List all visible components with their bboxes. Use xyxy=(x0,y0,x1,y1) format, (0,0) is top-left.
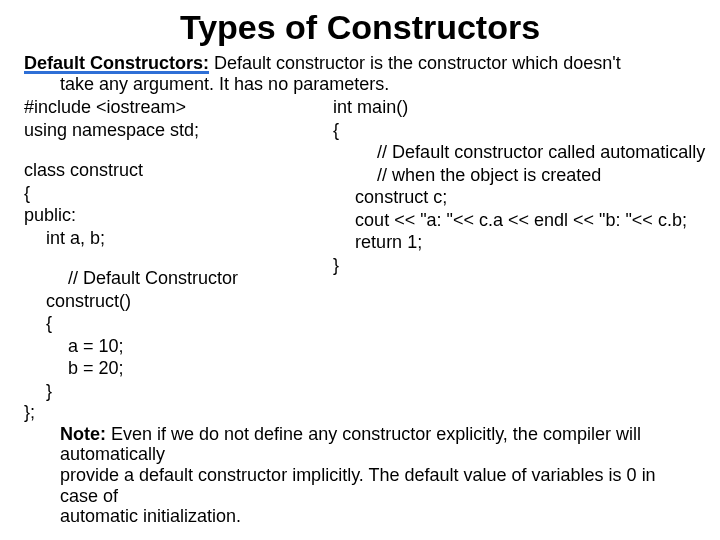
code-line: int main() xyxy=(333,96,696,119)
code-line: // Default Constructor xyxy=(24,267,333,290)
code-line: construct c; xyxy=(333,186,696,209)
code-line: b = 20; xyxy=(24,357,333,380)
code-line: } xyxy=(333,254,696,277)
code-line: class construct xyxy=(24,159,333,182)
code-line: #include <iostream> xyxy=(24,96,333,119)
note-line2: provide a default constructor implicitly… xyxy=(60,465,656,506)
closing-brace: }; xyxy=(24,402,696,423)
code-line: { xyxy=(24,312,333,335)
code-right: int main() { // Default constructor call… xyxy=(333,96,696,402)
note-text: Note: Even if we do not define any const… xyxy=(24,424,696,527)
code-line: } xyxy=(24,380,333,403)
note-line3: automatic initialization. xyxy=(60,506,241,526)
intro-text: Default Constructors: Default constructo… xyxy=(24,53,696,94)
slide: Types of Constructors Default Constructo… xyxy=(0,0,720,540)
code-line: cout << "a: "<< c.a << endl << "b: "<< c… xyxy=(333,209,696,232)
note-line1: Even if we do not define any constructor… xyxy=(60,424,641,465)
code-line: public: xyxy=(24,204,333,227)
code-line: // Default constructor called automatica… xyxy=(333,141,696,164)
code-line: using namespace std; xyxy=(24,119,333,142)
intro-line2: take any argument. It has no parameters. xyxy=(24,74,696,95)
blank-line xyxy=(24,249,333,267)
note-label: Note: xyxy=(60,424,106,444)
code-line: construct() xyxy=(24,290,333,313)
blank-line xyxy=(24,141,333,159)
page-title: Types of Constructors xyxy=(24,8,696,47)
code-line: { xyxy=(24,182,333,205)
code-line: int a, b; xyxy=(24,227,333,250)
code-line: return 1; xyxy=(333,231,696,254)
code-line: // when the object is created xyxy=(333,164,696,187)
code-line: a = 10; xyxy=(24,335,333,358)
intro-line1: Default constructor is the constructor w… xyxy=(209,53,621,73)
intro-heading: Default Constructors: xyxy=(24,53,209,73)
code-line: { xyxy=(333,119,696,142)
code-left: #include <iostream> using namespace std;… xyxy=(24,96,333,402)
code-columns: #include <iostream> using namespace std;… xyxy=(24,96,696,402)
